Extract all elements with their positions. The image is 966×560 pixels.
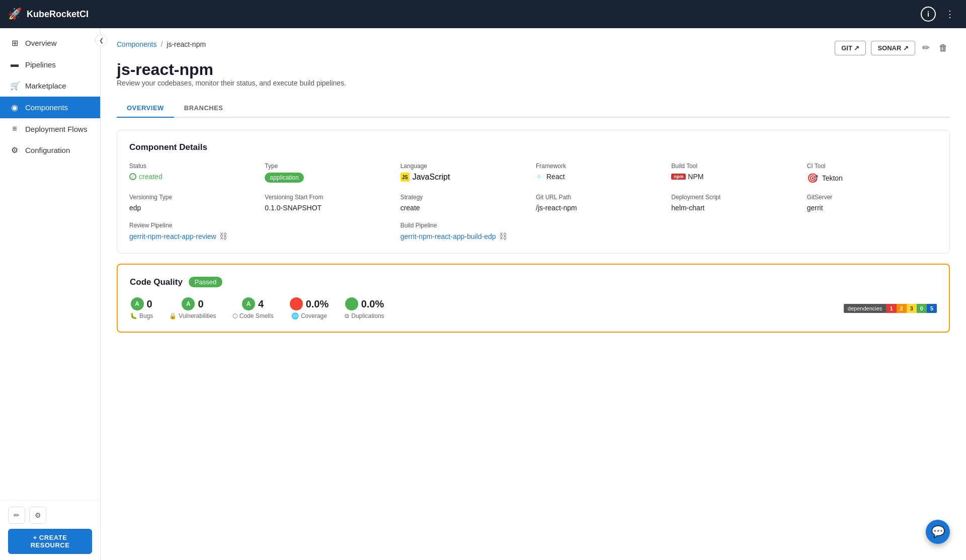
sidebar-item-pipelines[interactable]: ▬ Pipelines <box>0 54 100 75</box>
components-icon: ◉ <box>10 103 19 112</box>
versioning-type-value: edp <box>129 204 260 212</box>
strategy-value: create <box>400 204 531 212</box>
details-grid: Status ✓ created Type application Langua… <box>129 163 937 241</box>
gitserver-value: gerrit <box>807 204 937 212</box>
cq-coverage-value: 0.0% <box>306 298 329 310</box>
dup-label-text: Duplications <box>351 312 384 319</box>
create-resource-button[interactable]: + CREATE RESOURCE <box>8 529 92 554</box>
sidebar-bottom: ✏ ⚙ + CREATE RESOURCE <box>0 500 100 560</box>
type-value: application <box>265 173 395 183</box>
cq-metric-code-smells: A 4 ⬡ Code Smells <box>232 297 274 319</box>
react-icon: ⚛ <box>536 173 542 181</box>
sidebar-collapse-button[interactable]: ❮ <box>95 34 107 46</box>
status-dot-icon: ✓ <box>129 173 136 180</box>
build-tool-text: NPM <box>688 173 703 181</box>
breadcrumb-current: js-react-npm <box>167 40 206 48</box>
detail-type: Type application <box>265 163 395 184</box>
topnav: 🚀 KubeRocketCI i ⋮ <box>0 0 966 28</box>
cq-dup-top: 0.0% <box>345 297 384 310</box>
sidebar-item-label-configuration: Configuration <box>25 146 70 154</box>
bugs-icon: 🐛 <box>130 312 137 319</box>
smells-label-text: Code Smells <box>239 312 274 319</box>
cq-metric-bugs: A 0 🐛 Bugs <box>130 297 153 319</box>
cq-vuln-grade: A <box>182 297 195 310</box>
status-value: ✓ created <box>129 173 260 181</box>
delete-button[interactable]: 🗑 <box>937 41 950 55</box>
detail-framework: Framework ⚛ React <box>536 163 666 184</box>
cq-vuln-top: A 0 <box>182 297 203 310</box>
detail-status: Status ✓ created <box>129 163 260 184</box>
duplications-icon: ⧉ <box>345 312 349 319</box>
sonar-button-label: SONAR ↗ <box>877 44 909 52</box>
sidebar-settings-button[interactable]: ⚙ <box>29 507 46 524</box>
framework-text: React <box>546 173 565 181</box>
git-button-label: GIT ↗ <box>841 44 859 52</box>
cq-smells-label: ⬡ Code Smells <box>232 312 274 319</box>
breadcrumb-parent-link[interactable]: Components <box>117 40 156 48</box>
tab-overview[interactable]: OVERVIEW <box>117 99 174 118</box>
detail-build-pipeline: Build Pipeline gerrit-npm-react-app-buil… <box>400 222 667 241</box>
edit-button[interactable]: ✏ <box>920 40 932 55</box>
review-pipeline-link[interactable]: gerrit-npm-react-app-review <box>129 232 216 241</box>
pipelines-icon: ▬ <box>10 60 19 69</box>
sidebar-item-deployment-flows[interactable]: ≡ Deployment Flows <box>0 118 100 139</box>
type-badge: application <box>265 173 303 183</box>
status-text: created <box>139 173 163 181</box>
overview-icon: ⊞ <box>10 38 19 48</box>
dep-num-3: 3 <box>907 304 917 313</box>
detail-strategy: Strategy create <box>400 194 531 212</box>
framework-value: ⚛ React <box>536 173 666 181</box>
build-pipeline-link[interactable]: gerrit-npm-react-app-build-edp <box>400 232 496 241</box>
main-content: Components / js-react-npm GIT ↗ SONAR ↗ … <box>101 28 966 560</box>
versioning-start-value: 0.1.0-SNAPSHOT <box>265 204 395 212</box>
build-tool-label: Build Tool <box>671 163 801 170</box>
cq-bugs-top: A 0 <box>131 297 152 310</box>
git-button[interactable]: GIT ↗ <box>835 41 866 55</box>
breadcrumb-nav: Components / js-react-npm <box>117 40 206 48</box>
versioning-start-label: Versioning Start From <box>265 194 395 201</box>
detail-gitserver: GitServer gerrit <box>807 194 937 212</box>
deployment-flows-icon: ≡ <box>10 124 19 133</box>
build-pipeline-value: gerrit-npm-react-app-build-edp ⛓ <box>400 232 667 241</box>
sidebar: ❮ ⊞ Overview ▬ Pipelines 🛒 Marketplace ◉… <box>0 28 101 560</box>
sidebar-item-marketplace[interactable]: 🛒 Marketplace <box>0 75 100 97</box>
sidebar-edit-button[interactable]: ✏ <box>8 507 25 524</box>
component-details-card: Component Details Status ✓ created Type … <box>117 130 950 254</box>
sidebar-item-components[interactable]: ◉ Components <box>0 97 100 118</box>
status-label: Status <box>129 163 260 170</box>
language-value: JS JavaScript <box>400 173 531 182</box>
cq-status-badge: Passed <box>189 277 222 287</box>
detail-versioning-start: Versioning Start From 0.1.0-SNAPSHOT <box>265 194 395 212</box>
more-menu-button[interactable]: ⋮ <box>942 6 958 22</box>
framework-label: Framework <box>536 163 666 170</box>
header-row: Components / js-react-npm GIT ↗ SONAR ↗ … <box>117 40 950 56</box>
sidebar-item-label-overview: Overview <box>25 39 57 47</box>
language-label: Language <box>400 163 531 170</box>
deployment-script-value: helm-chart <box>671 204 801 212</box>
build-pipeline-icon: ⛓ <box>499 232 507 241</box>
info-button[interactable]: i <box>921 7 936 22</box>
cq-content: A 0 🐛 Bugs A 0 <box>130 297 937 319</box>
sidebar-item-label-marketplace: Marketplace <box>25 82 66 90</box>
code-quality-card: Code Quality Passed A 0 🐛 Bugs <box>117 264 950 333</box>
cq-title: Code Quality <box>130 277 183 287</box>
cq-header: Code Quality Passed <box>130 277 937 287</box>
cq-bugs-grade: A <box>131 297 144 310</box>
sidebar-item-overview[interactable]: ⊞ Overview <box>0 32 100 54</box>
cq-metrics: A 0 🐛 Bugs A 0 <box>130 297 384 319</box>
topnav-actions: i ⋮ <box>921 6 958 22</box>
cq-metric-duplications: 0.0% ⧉ Duplications <box>345 297 384 319</box>
chat-fab-button[interactable]: 💬 <box>926 520 950 544</box>
detail-ci-tool: CI Tool 🎯 Tekton <box>807 163 937 184</box>
dep-num-5: 5 <box>927 304 937 313</box>
detail-git-url-path: Git URL Path /js-react-npm <box>536 194 666 212</box>
sidebar-item-configuration[interactable]: ⚙ Configuration <box>0 139 100 161</box>
cq-smells-value: 4 <box>258 298 264 310</box>
marketplace-icon: 🛒 <box>10 81 19 91</box>
tab-branches[interactable]: BRANCHES <box>174 99 233 118</box>
cq-dup-value: 0.0% <box>361 298 384 310</box>
sonar-button[interactable]: SONAR ↗ <box>871 41 915 55</box>
configuration-icon: ⚙ <box>10 145 19 155</box>
chat-fab-icon: 💬 <box>931 525 945 538</box>
sidebar-bottom-icons: ✏ ⚙ <box>8 507 92 524</box>
